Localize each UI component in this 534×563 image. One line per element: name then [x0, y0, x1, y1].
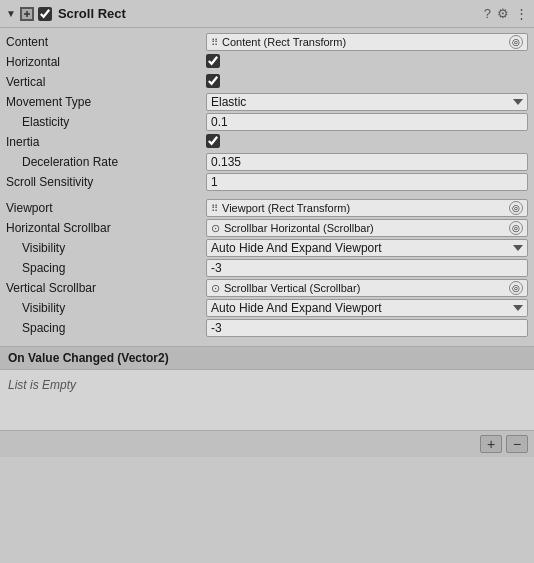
h-scrollbar-value: ⊙ Scrollbar Horizontal (Scrollbar) ◎ [206, 219, 528, 237]
h-scrollbar-ref-field[interactable]: ⊙ Scrollbar Horizontal (Scrollbar) ◎ [206, 219, 528, 237]
deceleration-rate-label: Deceleration Rate [6, 155, 206, 169]
h-spacing-input[interactable] [206, 259, 528, 277]
h-scrollbar-ref-text: Scrollbar Horizontal (Scrollbar) [224, 222, 505, 234]
content-value: ⠿ Content (Rect Transform) ◎ [206, 33, 528, 51]
v-visibility-label: Visibility [6, 301, 206, 315]
horizontal-value [206, 54, 528, 71]
viewport-ref-picker[interactable]: ◎ [509, 201, 523, 215]
movement-type-select[interactable]: Elastic Unrestricted Clamped [206, 93, 528, 111]
component-body: Content ⠿ Content (Rect Transform) ◎ Hor… [0, 28, 534, 342]
viewport-value: ⠿ Viewport (Rect Transform) ◎ [206, 199, 528, 217]
content-ref-text: Content (Rect Transform) [222, 36, 505, 48]
component-icon [20, 7, 34, 21]
viewport-row: Viewport ⠿ Viewport (Rect Transform) ◎ [0, 198, 534, 218]
inertia-value [206, 134, 528, 151]
elasticity-input[interactable] [206, 113, 528, 131]
panel: ▼ Scroll Rect ? ⚙ ⋮ Content ⠿ Content (R… [0, 0, 534, 457]
inertia-checkbox[interactable] [206, 134, 220, 148]
v-visibility-select[interactable]: Auto Hide And Expand Viewport Permanent … [206, 299, 528, 317]
event-body: List is Empty [0, 370, 534, 430]
v-scrollbar-ref-text: Scrollbar Vertical (Scrollbar) [224, 282, 505, 294]
content-ref-icon: ⠿ [211, 37, 218, 48]
content-ref-picker[interactable]: ◎ [509, 35, 523, 49]
vertical-label: Vertical [6, 75, 206, 89]
scroll-sensitivity-input[interactable] [206, 173, 528, 191]
horizontal-row: Horizontal [0, 52, 534, 72]
h-scrollbar-ref-picker[interactable]: ◎ [509, 221, 523, 235]
scroll-sensitivity-label: Scroll Sensitivity [6, 175, 206, 189]
h-visibility-row: Visibility Auto Hide And Expand Viewport… [0, 238, 534, 258]
v-scrollbar-ref-icon: ⊙ [211, 282, 220, 295]
elasticity-value [206, 113, 528, 131]
scroll-sensitivity-value [206, 173, 528, 191]
inertia-row: Inertia [0, 132, 534, 152]
scroll-sensitivity-row: Scroll Sensitivity [0, 172, 534, 192]
h-scrollbar-label: Horizontal Scrollbar [6, 221, 206, 235]
viewport-ref-text: Viewport (Rect Transform) [222, 202, 505, 214]
v-spacing-input[interactable] [206, 319, 528, 337]
deceleration-rate-value [206, 153, 528, 171]
vertical-value [206, 74, 528, 91]
content-ref-field[interactable]: ⠿ Content (Rect Transform) ◎ [206, 33, 528, 51]
v-visibility-value: Auto Hide And Expand Viewport Permanent … [206, 299, 528, 317]
component-enabled-checkbox[interactable] [38, 7, 52, 21]
v-scrollbar-ref-picker[interactable]: ◎ [509, 281, 523, 295]
v-spacing-label: Spacing [6, 321, 206, 335]
movement-type-row: Movement Type Elastic Unrestricted Clamp… [0, 92, 534, 112]
horizontal-checkbox[interactable] [206, 54, 220, 68]
event-header: On Value Changed (Vector2) [0, 347, 534, 370]
v-spacing-value [206, 319, 528, 337]
h-spacing-row: Spacing [0, 258, 534, 278]
h-spacing-label: Spacing [6, 261, 206, 275]
h-visibility-value: Auto Hide And Expand Viewport Permanent … [206, 239, 528, 257]
v-spacing-row: Spacing [0, 318, 534, 338]
viewport-ref-icon: ⠿ [211, 203, 218, 214]
h-scrollbar-row: Horizontal Scrollbar ⊙ Scrollbar Horizon… [0, 218, 534, 238]
component-header: ▼ Scroll Rect ? ⚙ ⋮ [0, 0, 534, 28]
h-scrollbar-ref-icon: ⊙ [211, 222, 220, 235]
content-label: Content [6, 35, 206, 49]
v-scrollbar-ref-field[interactable]: ⊙ Scrollbar Vertical (Scrollbar) ◎ [206, 279, 528, 297]
deceleration-rate-input[interactable] [206, 153, 528, 171]
remove-event-button[interactable]: − [506, 435, 528, 453]
movement-type-label: Movement Type [6, 95, 206, 109]
v-scrollbar-row: Vertical Scrollbar ⊙ Scrollbar Vertical … [0, 278, 534, 298]
collapse-arrow[interactable]: ▼ [6, 8, 16, 19]
content-row: Content ⠿ Content (Rect Transform) ◎ [0, 32, 534, 52]
viewport-label: Viewport [6, 201, 206, 215]
elasticity-row: Elasticity [0, 112, 534, 132]
help-icon[interactable]: ? [484, 6, 491, 21]
h-spacing-value [206, 259, 528, 277]
event-section: On Value Changed (Vector2) List is Empty… [0, 346, 534, 457]
settings-icon[interactable]: ⚙ [497, 6, 509, 21]
horizontal-label: Horizontal [6, 55, 206, 69]
v-scrollbar-label: Vertical Scrollbar [6, 281, 206, 295]
component-title: Scroll Rect [58, 6, 480, 21]
deceleration-rate-row: Deceleration Rate [0, 152, 534, 172]
v-scrollbar-value: ⊙ Scrollbar Vertical (Scrollbar) ◎ [206, 279, 528, 297]
header-actions: ? ⚙ ⋮ [484, 6, 528, 21]
movement-type-value: Elastic Unrestricted Clamped [206, 93, 528, 111]
viewport-ref-field[interactable]: ⠿ Viewport (Rect Transform) ◎ [206, 199, 528, 217]
add-event-button[interactable]: + [480, 435, 502, 453]
event-footer: + − [0, 430, 534, 457]
h-visibility-label: Visibility [6, 241, 206, 255]
event-empty-text: List is Empty [8, 378, 76, 392]
elasticity-label: Elasticity [6, 115, 206, 129]
vertical-row: Vertical [0, 72, 534, 92]
h-visibility-select[interactable]: Auto Hide And Expand Viewport Permanent … [206, 239, 528, 257]
vertical-checkbox[interactable] [206, 74, 220, 88]
overflow-icon[interactable]: ⋮ [515, 6, 528, 21]
inertia-label: Inertia [6, 135, 206, 149]
v-visibility-row: Visibility Auto Hide And Expand Viewport… [0, 298, 534, 318]
